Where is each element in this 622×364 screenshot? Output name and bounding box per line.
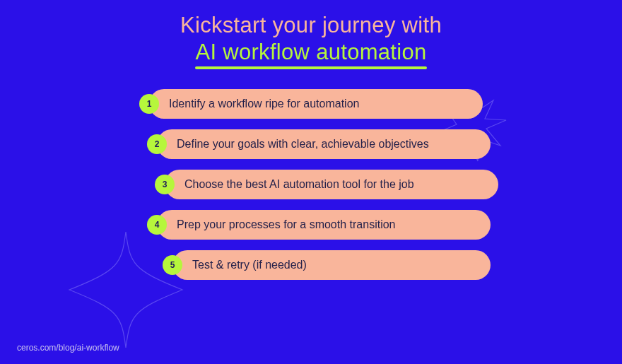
step-item: 5 Test & retry (if needed)	[131, 250, 491, 280]
step-number-badge: 2	[147, 134, 167, 154]
step-number-badge: 1	[139, 94, 159, 114]
step-label-pill: Identify a workflow ripe for automation	[149, 89, 483, 119]
title-line-1: Kickstart your journey with	[0, 13, 622, 38]
step-label-pill: Choose the best AI automation tool for t…	[165, 170, 498, 199]
step-item: 4 Prep your processes for a smooth trans…	[131, 210, 491, 240]
source-url: ceros.com/blog/ai-workflow	[17, 343, 119, 353]
step-label-pill: Test & retry (if needed)	[172, 250, 491, 280]
page-title: Kickstart your journey with AI workflow …	[0, 0, 622, 65]
step-number-badge: 3	[155, 175, 175, 194]
step-label-pill: Prep your processes for a smooth transit…	[157, 210, 491, 240]
step-number-badge: 4	[147, 215, 167, 235]
step-number-badge: 5	[163, 255, 182, 275]
step-item: 3 Choose the best AI automation tool for…	[124, 170, 498, 199]
underline-icon	[195, 66, 426, 69]
step-item: 1 Identify a workflow ripe for automatio…	[139, 89, 483, 119]
title-line-2: AI workflow automation	[195, 40, 426, 65]
step-item: 2 Define your goals with clear, achievab…	[131, 129, 491, 159]
steps-list: 1 Identify a workflow ripe for automatio…	[0, 89, 622, 280]
step-label-pill: Define your goals with clear, achievable…	[157, 129, 491, 159]
